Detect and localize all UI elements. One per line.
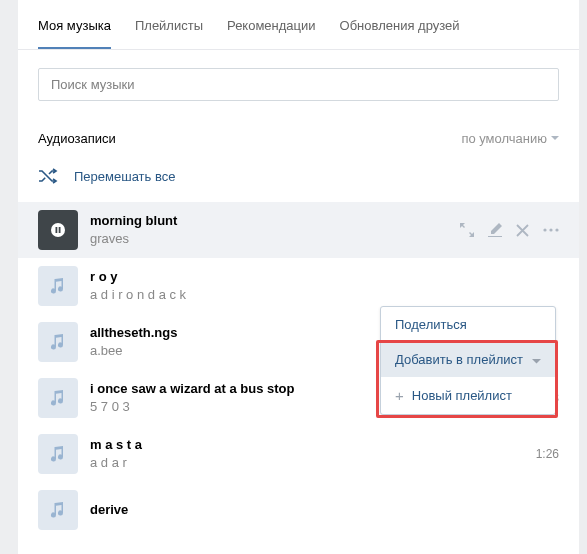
track-row[interactable]: derive [18,482,579,538]
pause-button[interactable] [38,210,78,250]
search-input[interactable] [38,68,559,101]
track-title: derive [90,501,559,519]
tab-my-music[interactable]: Моя музыка [38,0,111,49]
track-cover[interactable] [38,322,78,362]
svg-point-0 [51,223,65,237]
svg-rect-2 [59,227,61,233]
track-title: m a s t a [90,436,526,454]
tabs: Моя музыка Плейлисты Рекомендации Обновл… [18,0,579,50]
svg-point-5 [555,228,558,231]
menu-share[interactable]: Поделиться [381,307,555,342]
track-cover[interactable] [38,490,78,530]
menu-new-playlist-label: Новый плейлист [412,388,512,403]
track-cover[interactable] [38,434,78,474]
chevron-down-icon [532,352,541,367]
sort-label: по умолчанию [461,131,547,146]
track-title: morning blunt [90,212,450,230]
section-title: Аудиозаписи [38,131,116,146]
shuffle-icon [38,168,58,184]
svg-point-4 [549,228,552,231]
track-cover[interactable] [38,266,78,306]
track-title: r o y [90,268,559,286]
edit-icon[interactable] [488,223,502,237]
track-row[interactable]: morning blunt graves [18,202,579,258]
tab-playlists[interactable]: Плейлисты [135,0,203,49]
track-artist: a d i r o n d a c k [90,286,559,304]
track-artist: graves [90,230,450,248]
more-icon[interactable] [543,228,559,232]
svg-point-3 [543,228,546,231]
chevron-down-icon [551,136,559,141]
menu-new-playlist[interactable]: + Новый плейлист [381,377,555,414]
plus-icon: + [395,387,404,404]
track-duration: 1:26 [536,447,559,461]
menu-add-to-playlist[interactable]: Добавить в плейлист [381,342,555,377]
svg-rect-1 [56,227,58,233]
close-icon[interactable] [516,224,529,237]
tab-friends-updates[interactable]: Обновления друзей [340,0,460,49]
track-row[interactable]: m a s t a a d a r 1:26 [18,426,579,482]
shuffle-label: Перемешать все [74,169,175,184]
context-menu: Поделиться Добавить в плейлист + Новый п… [380,306,556,415]
sort-dropdown[interactable]: по умолчанию [461,131,559,146]
menu-add-to-playlist-label: Добавить в плейлист [395,352,523,367]
expand-icon[interactable] [460,223,474,237]
track-cover[interactable] [38,378,78,418]
menu-share-label: Поделиться [395,317,467,332]
tab-recommendations[interactable]: Рекомендации [227,0,316,49]
shuffle-all[interactable]: Перемешать все [18,158,579,202]
track-artist: a d a r [90,454,526,472]
